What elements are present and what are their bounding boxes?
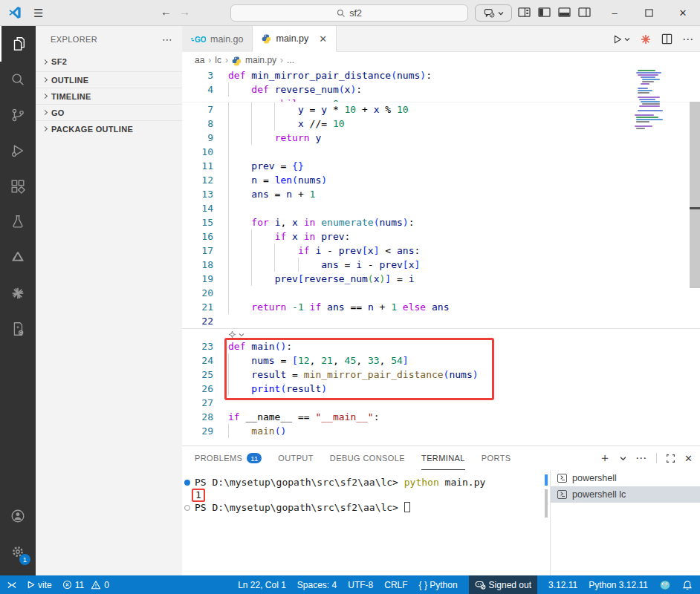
tab-main-go[interactable]: GOmain.go: [182, 26, 253, 52]
notifications-bell-icon[interactable]: [682, 580, 693, 590]
new-terminal-button[interactable]: ＋: [599, 451, 611, 466]
explorer-more-actions-icon[interactable]: ⋯: [162, 33, 173, 45]
vite-task-button[interactable]: vite: [27, 580, 52, 590]
settings-gear-icon[interactable]: 1: [0, 534, 36, 569]
sidebar-section-timeline[interactable]: TIMELINE: [36, 88, 182, 104]
minimap[interactable]: [635, 70, 685, 119]
activity-go-extension-icon[interactable]: [0, 240, 36, 275]
code-line[interactable]: 13 ans = n + 1: [182, 187, 700, 201]
nav-forward-icon[interactable]: →: [179, 5, 190, 18]
code-line[interactable]: 22: [182, 314, 700, 328]
code-line[interactable]: 9 return y: [182, 131, 700, 145]
code-line[interactable]: 24 nums = [12, 21, 45, 33, 54]: [182, 353, 700, 368]
panel-tab-output[interactable]: OUTPUT: [278, 446, 314, 470]
code-line[interactable]: 15 for i, x in enumerate(nums):: [182, 215, 700, 229]
remote-indicator[interactable]: [7, 581, 17, 590]
window-minimize-button[interactable]: –: [597, 0, 632, 26]
code-line[interactable]: 29 main(): [182, 424, 700, 438]
code-line[interactable]: 17 if i - prev[x] < ans:: [182, 244, 700, 258]
activity-testing-icon[interactable]: [0, 204, 36, 240]
sidebar-section-package-outline[interactable]: PACKAGE OUTLINE: [36, 120, 182, 137]
panel-tab-terminal[interactable]: TERMINAL: [421, 446, 465, 470]
code-line[interactable]: 21 return -1 if ans == n + 1 else ans: [182, 300, 700, 314]
editor-more-actions-icon[interactable]: ⋯: [682, 33, 694, 46]
code-line[interactable]: 18 ans = i - prev[x]: [182, 258, 700, 272]
toggle-primary-sidebar-icon[interactable]: [538, 7, 551, 18]
indent-guide: [251, 258, 252, 272]
breadcrumb[interactable]: aa›lc›main.py›...: [182, 52, 700, 68]
code-line[interactable]: 14: [182, 201, 700, 215]
indent-guide: [251, 272, 252, 286]
breadcrumb-item[interactable]: aa: [195, 55, 204, 65]
code-line[interactable]: 26 print(result): [182, 382, 700, 396]
panel-tab-debug-console[interactable]: DEBUG CONSOLE: [330, 446, 405, 470]
code-line[interactable]: 16 if x in prev:: [182, 229, 700, 244]
menu-hamburger-icon[interactable]: ☰: [33, 7, 43, 20]
terminal-profile-chevron-icon[interactable]: [620, 456, 626, 461]
activity-run-debug-icon[interactable]: [0, 133, 36, 169]
code-line[interactable]: 7 y = y * 10 + x % 10: [182, 102, 700, 117]
minimap-line: [638, 97, 660, 98]
status-go-gopher-icon[interactable]: [659, 580, 671, 590]
terminal-list-item[interactable]: powershell: [551, 470, 700, 486]
panel-more-actions-icon[interactable]: ⋯: [635, 451, 647, 465]
close-panel-icon[interactable]: ✕: [684, 453, 693, 464]
code-line[interactable]: 25 result = min_mirror_pair_distance(num…: [182, 368, 700, 382]
activity-search-icon[interactable]: [0, 62, 36, 97]
terminal-list-item[interactable]: powershell lc: [551, 486, 700, 503]
sidebar-section-sf2[interactable]: SF2: [36, 52, 182, 71]
status-python-interpreter[interactable]: Python 3.12.11: [589, 580, 648, 590]
split-editor-icon[interactable]: [661, 33, 673, 45]
nav-back-icon[interactable]: ←: [161, 5, 172, 18]
status-encoding[interactable]: UTF-8: [348, 580, 373, 590]
problems-indicator[interactable]: 11 0: [62, 580, 109, 590]
code-line[interactable]: 23def main():: [182, 339, 700, 353]
code-line[interactable]: 11 prev = {}: [182, 159, 700, 173]
status-cursor-position[interactable]: Ln 22, Col 1: [238, 580, 286, 590]
code-line[interactable]: 12 n = len(nums): [182, 173, 700, 187]
run-python-button[interactable]: [612, 34, 630, 45]
code-line[interactable]: 8 x //= 10: [182, 117, 700, 131]
status-eol[interactable]: CRLF: [384, 580, 407, 590]
activity-source-control-icon[interactable]: [0, 97, 36, 133]
tab-main-py[interactable]: main.py✕: [253, 26, 337, 52]
tab-close-icon[interactable]: ✕: [319, 33, 327, 45]
toggle-secondary-sidebar-icon[interactable]: [578, 7, 591, 18]
account-icon[interactable]: [0, 498, 36, 534]
code-line[interactable]: 20: [182, 286, 700, 300]
status-version[interactable]: 3.12.11: [548, 580, 577, 590]
breadcrumb-item[interactable]: ...: [287, 55, 294, 65]
breadcrumb-item[interactable]: lc: [215, 55, 221, 65]
window-close-button[interactable]: ✕: [666, 0, 700, 26]
code-editor[interactable]: 3def min_mirror_pair_distance(nums):4 de…: [182, 68, 700, 446]
maximize-panel-icon[interactable]: [666, 454, 675, 463]
command-center-search[interactable]: sf2: [230, 4, 468, 22]
copilot-sparkle-icon[interactable]: [228, 330, 244, 339]
breadcrumb-item[interactable]: main.py: [245, 55, 276, 65]
activity-starburst-icon[interactable]: [0, 275, 36, 311]
activity-explorer-icon[interactable]: [0, 26, 36, 62]
panel-tab-problems[interactable]: PROBLEMS11: [195, 446, 262, 470]
extension-action-icon[interactable]: [640, 33, 652, 45]
terminal-scrollbar[interactable]: [545, 489, 548, 518]
toggle-panel-icon[interactable]: [558, 7, 571, 18]
status-copilot-signed-out[interactable]: Signed out: [469, 575, 537, 594]
status-indentation[interactable]: Spaces: 4: [297, 580, 337, 590]
editor-scrollbar[interactable]: [690, 102, 700, 288]
code-line[interactable]: 10: [182, 145, 700, 159]
activity-extensions-icon[interactable]: [0, 169, 36, 204]
customize-layout-icon[interactable]: [518, 7, 531, 18]
window-maximize-button[interactable]: [632, 0, 666, 26]
terminal-output[interactable]: PS D:\mysetup\gopath\src\sf2\aa\lc> pyth…: [182, 470, 550, 576]
panel-tab-ports[interactable]: PORTS: [482, 446, 511, 470]
code-line[interactable]: 4 def reverse_num(x):: [182, 82, 700, 97]
code-line[interactable]: 28if __name__ == "__main__":: [182, 410, 700, 424]
copilot-menu-button[interactable]: [475, 4, 512, 22]
code-line[interactable]: 27: [182, 396, 700, 410]
status-language-mode[interactable]: { } Python: [419, 580, 458, 590]
sidebar-section-outline[interactable]: OUTLINE: [36, 71, 182, 88]
code-line[interactable]: 3def min_mirror_pair_distance(nums):: [182, 68, 700, 82]
sidebar-section-go[interactable]: GO: [36, 104, 182, 120]
activity-cpp-tools-icon[interactable]: [0, 311, 36, 347]
code-line[interactable]: 19 prev[reverse_num(x)] = i: [182, 272, 700, 286]
